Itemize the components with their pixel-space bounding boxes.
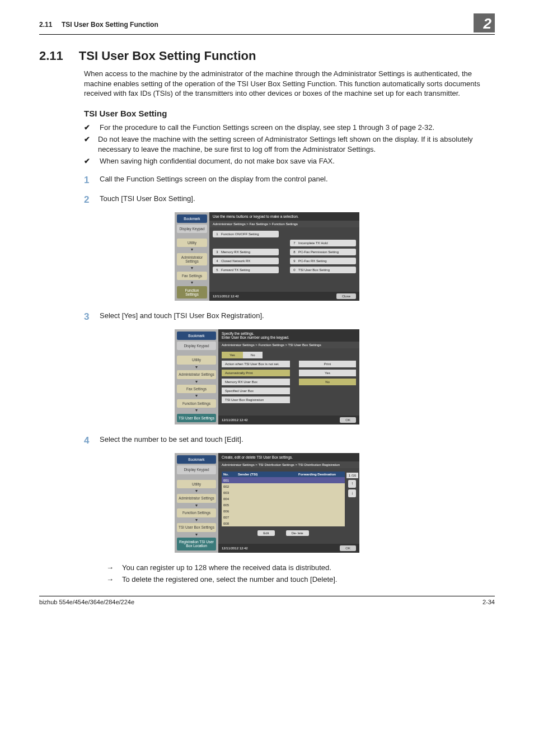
chevron-down-icon: ▾ — [177, 366, 216, 369]
sidebar-fax-settings[interactable]: Fax Settings — [177, 385, 216, 393]
breadcrumb: Administrator Settings > Function Settin… — [218, 342, 359, 348]
close-button[interactable]: Close — [336, 293, 356, 299]
chevron-down-icon: ▾ — [177, 534, 216, 536]
sidebar-admin-settings[interactable]: Administrator Settings — [177, 494, 216, 502]
bookmark-tab[interactable]: Bookmark — [177, 332, 216, 340]
sidebar-function-settings[interactable]: Function Settings — [177, 286, 207, 298]
check-icon: ✔ — [84, 123, 92, 133]
arrow-right-icon: → — [106, 575, 114, 585]
step-item: 1Call the Function Settings screen on th… — [84, 174, 495, 187]
table-row[interactable]: 004 — [222, 496, 345, 502]
chevron-down-icon: ▾ — [177, 249, 207, 251]
datetime-text: 12/11/2012 12:42 — [222, 547, 248, 550]
page-up-button[interactable]: ↑ — [348, 480, 356, 488]
intro-paragraph: When access to the machine by the admini… — [84, 69, 495, 99]
label-action-not-set: Action when TSI User Box is not set. — [222, 361, 290, 367]
button-specified-box[interactable]: Specified User Box — [222, 388, 290, 394]
table-row[interactable]: 008 — [222, 520, 345, 526]
ok-button[interactable]: OK — [340, 545, 356, 551]
value-print[interactable]: Print — [299, 361, 356, 367]
menu-closed-network-rx[interactable]: 4Closed Network RX — [213, 258, 279, 264]
menu-pcfax-rx[interactable]: 9PC-Fax RX Setting — [290, 258, 356, 264]
chevron-down-icon: ▾ — [177, 267, 207, 270]
sidebar-admin-settings[interactable]: Administrator Settings — [177, 253, 207, 265]
table-row[interactable]: 005 — [222, 502, 345, 508]
table-row[interactable]: 001 — [222, 477, 345, 483]
sidebar-utility[interactable]: Utility — [177, 480, 216, 488]
arrow-right-icon: → — [106, 563, 114, 573]
sidebar-fax-settings[interactable]: Fax Settings — [177, 272, 207, 280]
display-keypad-button[interactable]: Display Keypad — [177, 225, 207, 233]
table-row[interactable]: 003 — [222, 489, 345, 496]
menu-function-onoff[interactable]: 1Function ON/OFF Setting — [213, 231, 279, 237]
chevron-down-icon: ▾ — [177, 282, 207, 284]
running-header: 2.11 TSI User Box Setting Function 2 — [39, 17, 495, 35]
th-sender: Sender (TSI) — [236, 472, 297, 477]
sidebar-function-settings[interactable]: Function Settings — [177, 399, 216, 408]
value-yes[interactable]: Yes — [299, 370, 356, 376]
step-number: 1 — [84, 174, 92, 187]
rh-section: 2.11 — [39, 21, 52, 29]
step-number: 4 — [84, 435, 92, 447]
tsi-table: No. Sender (TSI) Forwarding Destination … — [222, 472, 345, 526]
check-item: ✔Do not leave the machine with the setti… — [84, 134, 495, 154]
table-row[interactable]: 006 — [222, 508, 345, 514]
rh-title: TSI User Box Setting Function — [62, 21, 158, 29]
bookmark-tab[interactable]: Bookmark — [177, 214, 207, 223]
page-down-button[interactable]: ↓ — [348, 489, 356, 497]
page-indicator: 1 /16 — [346, 473, 358, 478]
screenshot-function-settings: Bookmark Display Keypad Utility ▾ Admini… — [175, 212, 359, 301]
menu-memory-rx[interactable]: 3Memory RX Setting — [213, 249, 279, 255]
menu-pcfax-permission[interactable]: 8PC-Fax Permission Setting — [290, 249, 356, 255]
sidebar-utility[interactable]: Utility — [177, 356, 216, 364]
sidebar-admin-settings[interactable]: Administrator Settings — [177, 370, 216, 379]
menu-tsi-user-box[interactable]: 0TSI User Box Setting — [290, 267, 356, 273]
sidebar-function-settings[interactable]: Function Settings — [177, 508, 216, 517]
edit-button[interactable]: Edit — [257, 530, 274, 536]
step-number: 2 — [84, 194, 92, 207]
sidebar-tsi-settings[interactable]: TSI User Box Settings — [177, 523, 216, 531]
chevron-down-icon: ▾ — [177, 490, 216, 493]
step-item: 2Touch [TSI User Box Setting]. — [84, 194, 495, 207]
sidebar-reg-tsi-location[interactable]: Registration TSI User Box Location — [177, 538, 216, 550]
section-title: TSI User Box Setting Function — [79, 49, 256, 63]
sidebar-utility[interactable]: Utility — [177, 239, 207, 247]
screenshot-tsi-registration: Bookmark Display Keypad Utility ▾ Admini… — [175, 453, 359, 552]
datetime-text: 12/11/2012 12:42 — [222, 418, 248, 422]
step-item: 3Select [Yes] and touch [TSI User Box Re… — [84, 311, 495, 324]
button-auto-print[interactable]: Automatically Print — [222, 370, 290, 376]
sidebar-tsi-settings[interactable]: TSI User Box Settings — [177, 414, 216, 422]
chevron-down-icon: ▾ — [177, 395, 216, 398]
check-item: ✔For the procedure to call the Function … — [84, 123, 495, 133]
breadcrumb: Administrator Settings > TSI Distributio… — [218, 461, 359, 468]
table-row[interactable]: 007 — [222, 514, 345, 520]
chevron-down-icon: ▾ — [177, 381, 216, 384]
screenshot-tsi-settings: Bookmark Display Keypad Utility ▾ Admini… — [175, 329, 359, 424]
value-no[interactable]: No — [299, 379, 356, 385]
button-tsi-registration[interactable]: TSI User Box Registration — [222, 396, 290, 403]
chapter-badge: 2 — [474, 13, 495, 32]
footer-product: bizhub 554e/454e/364e/284e/224e — [39, 599, 134, 605]
tab-yes[interactable]: Yes — [222, 352, 243, 358]
check-icon: ✔ — [84, 156, 92, 166]
menu-incomplete-tx-hold[interactable]: 7Incomplete TX Hold — [290, 240, 356, 246]
instruction-text: Specify the settings. Enter User Box num… — [218, 329, 359, 342]
table-row[interactable]: 002 — [222, 483, 345, 489]
display-keypad-button[interactable]: Display Keypad — [177, 342, 216, 350]
chevron-down-icon: ▾ — [177, 505, 216, 507]
instruction-text: Use the menu buttons or keypad to make a… — [209, 212, 359, 221]
th-no: No. — [222, 472, 236, 477]
button-memory-rx-box[interactable]: Memory RX User Box — [222, 379, 290, 385]
tab-no[interactable]: No — [243, 352, 263, 358]
chevron-down-icon: ▾ — [177, 409, 216, 412]
instruction-text: Create, edit or delete TSI User Box sett… — [218, 453, 359, 461]
chevron-down-icon: ▾ — [177, 519, 216, 522]
section-number: 2.11 — [39, 49, 63, 63]
delete-button[interactable]: De- lete — [286, 530, 309, 536]
ok-button[interactable]: OK — [340, 417, 356, 423]
note-item: →You can register up to 128 where the re… — [106, 563, 495, 573]
display-keypad-button[interactable]: Display Keypad — [177, 465, 216, 474]
menu-forward-tx[interactable]: 5Forward TX Setting — [213, 267, 279, 273]
footer-page: 2-34 — [483, 599, 495, 605]
bookmark-tab[interactable]: Bookmark — [177, 455, 216, 464]
